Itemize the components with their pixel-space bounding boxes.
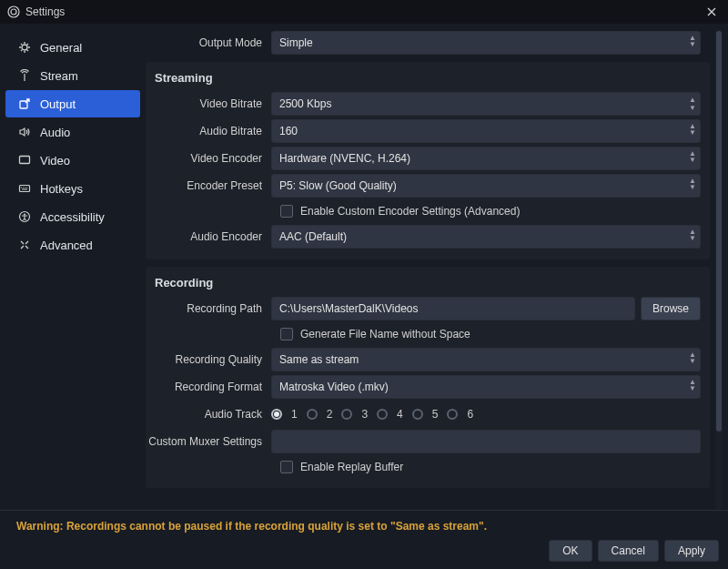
streaming-section: Streaming Video Bitrate 2500 Kbps ▲▼ Aud… <box>146 62 710 259</box>
export-icon <box>16 97 33 110</box>
chevron-updown-icon: ▲▼ <box>689 351 696 364</box>
output-mode-select[interactable]: Simple ▲▼ <box>271 31 701 55</box>
sidebar-label: General <box>40 41 82 55</box>
audio-bitrate-select[interactable]: 160 ▲▼ <box>271 119 701 143</box>
video-encoder-select[interactable]: Hardware (NVENC, H.264) ▲▼ <box>271 147 701 170</box>
audio-track-1-radio[interactable] <box>271 409 282 420</box>
recording-title: Recording <box>146 272 710 295</box>
enable-replay-buffer-checkbox[interactable] <box>280 461 293 473</box>
settings-window: Settings General Stream Output Audio <box>0 0 728 569</box>
gen-filename-no-space-checkbox[interactable] <box>280 328 293 340</box>
scrollbar[interactable] <box>715 29 723 510</box>
tools-icon <box>16 239 33 251</box>
audio-encoder-select[interactable]: AAC (Default) ▲▼ <box>271 225 701 249</box>
audio-track-4-radio[interactable] <box>377 409 388 420</box>
recording-path-label: Recording Path <box>146 302 271 315</box>
cancel-button[interactable]: Cancel <box>598 540 659 562</box>
video-encoder-value: Hardware (NVENC, H.264) <box>279 152 410 165</box>
custom-muxer-input[interactable] <box>271 430 701 453</box>
sidebar-label: Output <box>40 97 76 111</box>
apply-button[interactable]: Apply <box>664 540 719 562</box>
recording-quality-label: Recording Quality <box>146 353 271 366</box>
output-mode-row: Output Mode Simple ▲▼ <box>146 29 710 56</box>
svg-point-7 <box>24 214 25 216</box>
svg-point-2 <box>22 45 27 50</box>
sidebar-item-audio[interactable]: Audio <box>5 118 140 146</box>
output-mode-value: Simple <box>279 36 313 49</box>
audio-track-label: Audio Track <box>146 408 271 421</box>
svg-rect-4 <box>20 157 30 164</box>
recording-quality-value: Same as stream <box>279 353 359 366</box>
footer: Warning: Recordings cannot be paused if … <box>0 510 728 569</box>
spinner-icon[interactable]: ▲▼ <box>689 96 696 112</box>
audio-encoder-label: Audio Encoder <box>146 230 271 243</box>
window-title: Settings <box>25 5 703 18</box>
video-bitrate-input[interactable]: 2500 Kbps ▲▼ <box>271 92 701 116</box>
sidebar-item-output[interactable]: Output <box>5 90 140 117</box>
chevron-updown-icon: ▲▼ <box>689 123 696 136</box>
sidebar-label: Advanced <box>40 239 93 252</box>
track-label: 1 <box>291 408 298 421</box>
browse-button[interactable]: Browse <box>641 297 701 320</box>
encoder-preset-select[interactable]: P5: Slow (Good Quality) ▲▼ <box>271 174 701 198</box>
streaming-title: Streaming <box>146 67 710 90</box>
chevron-updown-icon: ▲▼ <box>689 178 696 190</box>
recording-format-select[interactable]: Matroska Video (.mkv) ▲▼ <box>271 375 701 399</box>
svg-point-0 <box>8 6 19 17</box>
sidebar-label: Stream <box>40 69 78 83</box>
track-label: 5 <box>432 408 439 421</box>
enable-custom-encoder-label: Enable Custom Encoder Settings (Advanced… <box>300 205 520 218</box>
sidebar-item-advanced[interactable]: Advanced <box>5 231 140 259</box>
sidebar-label: Accessibility <box>40 210 105 224</box>
track-label: 3 <box>361 408 368 421</box>
gear-icon <box>16 41 33 54</box>
svg-rect-5 <box>20 186 30 192</box>
recording-section: Recording Recording Path C:\Users\Master… <box>146 267 710 488</box>
close-button[interactable] <box>703 3 721 21</box>
sidebar-item-video[interactable]: Video <box>5 147 140 174</box>
chevron-updown-icon: ▲▼ <box>689 379 696 391</box>
titlebar: Settings <box>0 0 728 24</box>
warning-text: Warning: Recordings cannot be paused if … <box>9 516 719 540</box>
audio-track-group: 1 2 3 4 5 6 <box>271 408 701 421</box>
monitor-icon <box>16 154 33 167</box>
output-mode-label: Output Mode <box>146 36 271 49</box>
recording-path-value: C:\Users\MasterDalK\Videos <box>279 302 419 315</box>
sidebar-label: Audio <box>40 126 70 139</box>
video-bitrate-value: 2500 Kbps <box>279 97 331 110</box>
audio-bitrate-value: 160 <box>279 125 298 137</box>
chevron-updown-icon: ▲▼ <box>689 229 696 241</box>
sidebar-label: Hotkeys <box>40 182 83 196</box>
sidebar-item-stream[interactable]: Stream <box>5 62 140 89</box>
chevron-updown-icon: ▲▼ <box>689 35 696 47</box>
encoder-preset-label: Encoder Preset <box>146 179 271 192</box>
audio-encoder-value: AAC (Default) <box>279 230 347 243</box>
custom-muxer-label: Custom Muxer Settings <box>146 435 271 448</box>
track-label: 2 <box>327 408 333 421</box>
sidebar-item-general[interactable]: General <box>5 34 140 61</box>
video-encoder-label: Video Encoder <box>146 152 271 165</box>
scrollbar-thumb[interactable] <box>716 31 722 432</box>
audio-track-3-radio[interactable] <box>341 409 352 420</box>
audio-track-6-radio[interactable] <box>447 409 458 420</box>
recording-format-label: Recording Format <box>146 381 271 393</box>
recording-quality-select[interactable]: Same as stream ▲▼ <box>271 348 701 371</box>
accessibility-icon <box>16 210 33 223</box>
ok-button[interactable]: OK <box>549 540 592 562</box>
content-pane: Output Mode Simple ▲▼ Streaming Video Bi… <box>146 29 712 510</box>
chevron-updown-icon: ▲▼ <box>689 150 696 163</box>
sidebar-label: Video <box>40 154 70 168</box>
recording-format-value: Matroska Video (.mkv) <box>279 381 389 393</box>
antenna-icon <box>16 69 33 82</box>
sidebar-item-hotkeys[interactable]: Hotkeys <box>5 175 140 202</box>
enable-replay-buffer-label: Enable Replay Buffer <box>300 461 403 473</box>
video-bitrate-label: Video Bitrate <box>146 97 271 110</box>
enable-custom-encoder-checkbox[interactable] <box>280 205 293 218</box>
keyboard-icon <box>16 182 33 195</box>
audio-track-5-radio[interactable] <box>412 409 423 420</box>
recording-path-input[interactable]: C:\Users\MasterDalK\Videos <box>271 297 635 320</box>
audio-track-2-radio[interactable] <box>307 409 318 420</box>
sidebar-item-accessibility[interactable]: Accessibility <box>5 203 140 230</box>
encoder-preset-value: P5: Slow (Good Quality) <box>279 179 397 192</box>
speaker-icon <box>16 126 33 138</box>
